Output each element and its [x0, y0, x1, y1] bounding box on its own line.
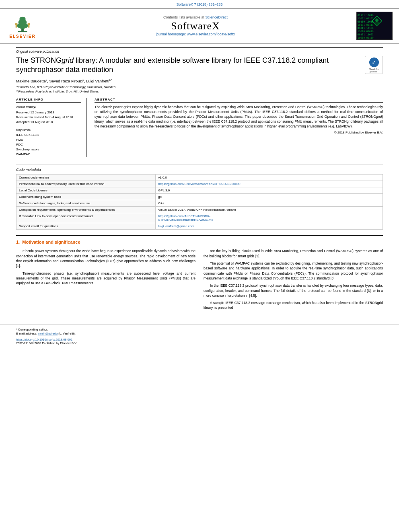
- svg-rect-6: [16, 25, 17, 27]
- meta-value: luigi.vanfretti@gmail.com: [156, 223, 383, 230]
- main-content: Original software publication The STRONG…: [0, 43, 399, 321]
- cover-image: 01101 10010 11001 01101 00110 11010 1010…: [356, 12, 393, 40]
- table-row: Legal Code License GPL 3.0: [16, 187, 383, 194]
- article-type-label: Original software publication: [16, 47, 383, 53]
- keywords-section: Keywords: IEEE C37.118.2 PMU PDC Synchro…: [16, 128, 81, 157]
- article-dates: Received 12 January 2018 Received in rev…: [16, 110, 81, 125]
- journal-title-area: Contents lists available at ScienceDirec…: [43, 15, 348, 36]
- footer: * Corresponding author. E-mail address: …: [0, 324, 399, 347]
- science-direct-link[interactable]: ScienceDirect: [206, 15, 228, 19]
- contents-line: Contents lists available at ScienceDirec…: [43, 15, 348, 19]
- affiliation-b: ᵇ Rensselaer Polytechnic Institute, Troy…: [16, 89, 383, 94]
- article-info-abstract: ARTICLE INFO Article history: Received 1…: [16, 98, 383, 157]
- svg-text:10101 00111: 10101 00111: [358, 23, 374, 26]
- docs-link[interactable]: https://github.com/ALSETLab/S3DK-STRONGr…: [158, 214, 213, 222]
- authors-line: Maxime Baudettea, Seyed Reza Firouzia, L…: [16, 79, 383, 83]
- section1-body: Electric power systems throughout the wo…: [16, 249, 383, 312]
- check-for-updates-badge: ✓ Check forupdates: [365, 56, 383, 74]
- homepage-url[interactable]: www.elsevier.com/locate/softx: [187, 32, 235, 36]
- svg-rect-8: [28, 25, 29, 27]
- abstract-header: ABSTRACT: [95, 98, 383, 103]
- article-info-header: ARTICLE INFO: [16, 98, 81, 103]
- accepted-date: Accepted 13 August 2018: [16, 120, 81, 125]
- table-row: If available Link to developer documenta…: [16, 213, 383, 223]
- check-icon: ✓: [369, 58, 379, 67]
- meta-label: Current code version: [16, 175, 156, 181]
- article-title: The STRONGgrid library: A modular and ex…: [16, 56, 361, 75]
- revised-date: Received in revised form 4 August 2018: [16, 115, 81, 120]
- elsevier-tree-icon: [10, 13, 35, 33]
- doi-link[interactable]: https://doi.org/10.1016/j.softx.2018.08.…: [16, 338, 383, 341]
- meta-label: If available Link to developer documenta…: [16, 213, 156, 223]
- cover-image-area: 01101 10010 11001 01101 00110 11010 1010…: [352, 12, 393, 40]
- elsevier-logo: ELSEVIER: [6, 13, 39, 39]
- metadata-table: Current code version v1.0.0 Permanent li…: [16, 174, 383, 230]
- journal-name: SoftwareX: [43, 20, 348, 32]
- title-italic: grid: [62, 56, 74, 64]
- meta-label: Code versioning system used: [16, 194, 156, 200]
- history-label: Article history:: [16, 105, 81, 109]
- svg-point-7: [28, 23, 30, 25]
- table-row: Code versioning system used git: [16, 194, 383, 200]
- table-row: Software code languages, tools, and serv…: [16, 200, 383, 207]
- support-email[interactable]: luigi.vanfretti@gmail.com: [158, 224, 194, 228]
- journal-header: ELSEVIER Contents lists available at Sci…: [0, 8, 399, 43]
- email-link[interactable]: vanfri@rpi.edu: [38, 332, 58, 335]
- title-area: The STRONGgrid library: A modular and ex…: [16, 56, 383, 77]
- keywords-list: IEEE C37.118.2 PMU PDC Synchrophasors WA…: [16, 133, 81, 157]
- keywords-label: Keywords:: [16, 128, 81, 131]
- table-row: Support email for questions luigi.vanfre…: [16, 223, 383, 230]
- svg-point-5: [15, 23, 18, 25]
- meta-value: https://github.com/ElsevierSoftwareX/SOF…: [156, 181, 383, 187]
- volume-text: SoftwareX 7 (2018) 281–286: [176, 2, 222, 6]
- body-col-left: Electric power systems throughout the wo…: [16, 249, 195, 312]
- abstract-column: ABSTRACT The electric power grids expose…: [95, 98, 383, 157]
- footnote-email: E-mail address: vanfri@rpi.edu (L. Vanfr…: [16, 332, 383, 336]
- svg-text:01101 10010: 01101 10010: [358, 14, 374, 16]
- body-col-right: are the key building blocks used in Wide…: [204, 249, 383, 312]
- meta-value: GPL 3.0: [156, 187, 383, 194]
- meta-label: Support email for questions: [16, 223, 156, 230]
- journal-homepage: journal homepage: www.elsevier.com/locat…: [43, 32, 348, 36]
- affiliations: ᵃ SmartS Lab, KTH Royal Institute of Tec…: [16, 85, 383, 94]
- issn-line: 2352-7110/© 2018 Published by Elsevier B…: [16, 341, 383, 345]
- meta-value: https://github.com/ALSETLab/S3DK-STRONGr…: [156, 213, 383, 223]
- body-text-left: Electric power systems throughout the wo…: [16, 249, 195, 286]
- svg-rect-1: [18, 31, 27, 32]
- table-row: Current code version v1.0.0: [16, 175, 383, 181]
- meta-label: Legal Code License: [16, 187, 156, 194]
- meta-value: v1.0.0: [156, 175, 383, 181]
- svg-text:11001 01101: 11001 01101: [358, 17, 374, 20]
- meta-label: Compilation requirements, operating envi…: [16, 207, 156, 213]
- repo-link[interactable]: https://github.com/ElsevierSoftwareX/SOF…: [158, 182, 241, 186]
- elsevier-wordmark: ELSEVIER: [9, 34, 35, 39]
- copyright-notice: © 2018 Published by Elsevier B.V.: [95, 131, 383, 134]
- article-info-column: ARTICLE INFO Article history: Received 1…: [16, 98, 86, 157]
- affiliation-a: ᵃ SmartS Lab, KTH Royal Institute of Tec…: [16, 85, 383, 89]
- meta-label: Permanent link to code/repository used f…: [16, 181, 156, 187]
- section-divider: [16, 235, 383, 236]
- meta-value: Visual Studio 2017, Visual C++ Redistrib…: [156, 207, 383, 213]
- svg-text:10010 00110: 10010 00110: [358, 36, 374, 39]
- footnote-corresponding: * Corresponding author.: [16, 328, 383, 332]
- code-metadata-section: Code metadata Current code version v1.0.…: [16, 164, 383, 230]
- meta-value: git: [156, 194, 383, 200]
- svg-point-4: [19, 16, 25, 21]
- table-row: Compilation requirements, operating envi…: [16, 207, 383, 213]
- section1-title: 1. Motivation and significance: [16, 240, 383, 244]
- code-metadata-title: Code metadata: [16, 168, 383, 172]
- meta-label: Software code languages, tools, and serv…: [16, 200, 156, 207]
- svg-text:00110 11010: 00110 11010: [358, 20, 374, 23]
- svg-text:11010 01010: 11010 01010: [358, 30, 374, 33]
- body-text-right: are the key building blocks used in Wide…: [204, 249, 383, 310]
- svg-text:01011 10100: 01011 10100: [358, 27, 374, 29]
- journal-volume-link[interactable]: SoftwareX 7 (2018) 281–286: [0, 0, 399, 8]
- received-date: Received 12 January 2018: [16, 110, 81, 115]
- table-row: Permanent link to code/repository used f…: [16, 181, 383, 187]
- meta-value: C++: [156, 200, 383, 207]
- abstract-body: The electric power grids expose highly d…: [95, 105, 383, 129]
- svg-text:00101 11001: 00101 11001: [358, 33, 374, 36]
